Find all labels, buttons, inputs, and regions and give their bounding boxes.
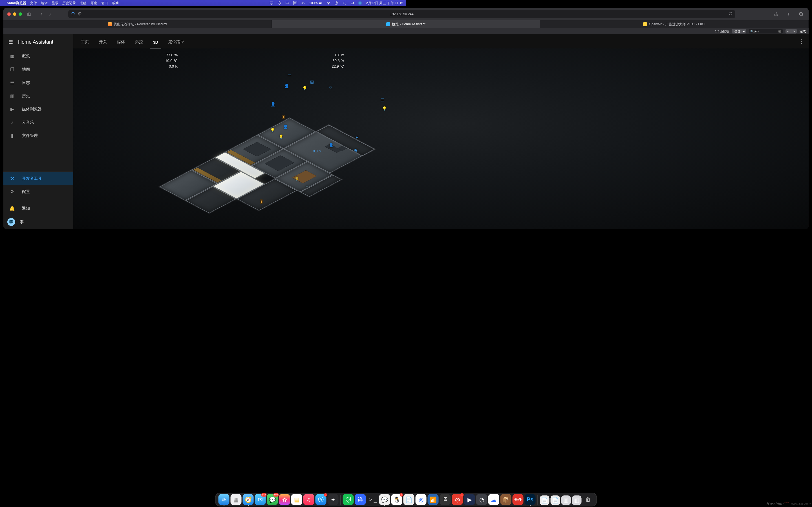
person-icon[interactable]: 👤 [283,124,288,129]
menu-edit[interactable]: 编辑 [41,1,48,6]
svg-rect-9 [351,2,353,3]
speaker-icon[interactable]: ⟲ [328,85,332,90]
bulb-icon[interactable]: 💡 [278,134,283,139]
window-controls [7,12,22,16]
floor-plan-3d[interactable]: ▭ ▦ 👤 💡 ⟲ 👤 ▮ 👤 💡 💡 👤 ✱ ◉ ☰ 💡 💡 [147,57,389,226]
sidebar-item-music[interactable]: ♪云音乐 [3,116,73,129]
door-icon[interactable]: ▮ [282,115,285,119]
ha-tabs: 主页 开关 媒体 温控 3D 定位路径 ⋮ [73,34,406,48]
browser-tab-1[interactable]: 概览 - Home Assistant [272,20,406,28]
url-text: 192.168.50.244 [390,12,406,16]
svg-rect-10 [351,3,353,4]
hamburger-icon[interactable]: ☰ [8,39,13,45]
sidebar-item-overview[interactable]: ▦概览 [3,50,73,63]
siri-icon[interactable] [358,1,362,5]
bulb-icon[interactable]: 💡 [382,106,387,111]
sidebar-user-profile[interactable]: 李 李 [3,215,73,229]
server-icon[interactable]: ☰ [380,98,384,102]
ha-title: Home Assistant [18,39,53,45]
ha-tab-tracking[interactable]: 定位路径 [167,40,185,48]
menu-window[interactable]: 窗口 [101,1,108,6]
sidebar-item-notifications[interactable]: 🔔通知 [3,202,73,215]
forward-button[interactable] [46,11,54,17]
find-bar: 1个匹配项 包含 🔍 ✕ < > 完成 [3,28,406,34]
macos-menubar: Safari浏览器 文件 编辑 显示 历史记录 书签 开发 窗口 帮助 拼 10… [0,0,406,6]
address-bar[interactable]: 192.168.50.244 [68,10,406,18]
ha-tab-switch[interactable]: 开关 [98,40,108,48]
room-study[interactable] [258,118,315,149]
sidebar-item-developer-tools[interactable]: ⚒开发者工具 [3,172,73,185]
dashboard-icon: ▦ [9,54,15,59]
person-icon[interactable]: 👤 [284,83,289,88]
svg-rect-1 [286,2,289,4]
sidebar-item-media[interactable]: ▶媒体浏览器 [3,103,73,116]
user-icon[interactable] [335,1,338,5]
ha-tab-media[interactable]: 媒体 [116,40,126,48]
person-icon[interactable]: 👤 [271,102,275,107]
floorplan-canvas[interactable]: 77.0 % 19.0 ℃ 0.0 lx 0.8 lx 69.8 % 22.9 … [73,48,406,229]
ha-tab-home[interactable]: 主页 [80,40,90,48]
chart-icon: ▥ [9,93,15,99]
sidebar-item-files[interactable]: ▮文件管理 [3,129,73,142]
menu-bookmarks[interactable]: 书签 [80,1,87,6]
map-icon: ❐ [9,67,15,72]
bell-icon: 🔔 [9,206,15,211]
safari-window: 192.168.50.244 恩山无线论坛 - Powered by Discu… [3,8,406,229]
window-maximize-button[interactable] [18,12,22,16]
window-minimize-button[interactable] [13,12,16,16]
svg-point-8 [343,2,345,4]
menu-develop[interactable]: 开发 [91,1,97,6]
privacy-shield-icon[interactable] [71,12,75,17]
bulb-icon[interactable]: 💡 [294,177,299,181]
svg-rect-11 [28,13,31,15]
music-icon: ♪ [9,120,15,125]
ha-header: ☰ Home Assistant [3,34,73,50]
menu-file[interactable]: 文件 [30,1,37,6]
clock[interactable]: 2月17日 周三 下午 11:15 [366,1,403,6]
tracking-shield-icon[interactable] [78,12,82,17]
ha-tab-3d[interactable]: 3D [152,40,159,48]
ha-tab-climate[interactable]: 温控 [134,40,144,48]
spotlight-icon[interactable] [342,1,346,5]
bulb-icon[interactable]: 💡 [302,86,307,91]
svg-rect-0 [270,2,273,4]
battery-status[interactable]: 100% [309,1,322,5]
fan-icon[interactable]: ✱ [306,185,308,189]
user-avatar: 李 [7,218,15,226]
sidebar-toggle-icon[interactable] [26,11,33,17]
tv-icon[interactable]: ▭ [288,73,291,77]
person-icon[interactable]: 👤 [329,143,334,147]
screen-mirror-icon[interactable] [269,1,273,5]
app-name[interactable]: Safari浏览器 [7,1,26,6]
tab-strip: 恩山无线论坛 - Powered by Discuz! 概览 - Home As… [3,20,406,28]
menu-history[interactable]: 历史记录 [62,1,76,6]
browser-tab-0[interactable]: 恩山无线论坛 - Powered by Discuz! [3,20,272,28]
fan-icon[interactable]: ✱ [355,135,359,140]
sidebar-item-map[interactable]: ❐地图 [3,63,73,76]
sidebar-item-config[interactable]: ⚙配置 [3,185,73,198]
menu-help[interactable]: 帮助 [112,1,119,6]
media-icon: ▶ [9,107,15,112]
display-icon[interactable] [285,1,289,5]
back-button[interactable] [38,11,45,17]
wifi-icon[interactable] [326,1,331,5]
mute-icon[interactable] [301,1,305,5]
control-center-icon[interactable] [350,1,354,5]
gear-icon: ⚙ [9,189,15,194]
adblock-shield-icon[interactable] [277,1,282,5]
speaker-icon[interactable]: ◉ [354,148,357,152]
svg-line-2 [304,2,305,4]
window-close-button[interactable] [7,12,11,16]
bed [243,142,271,157]
hammer-icon: ⚒ [9,176,15,181]
input-method-icon[interactable]: 拼 [293,1,297,5]
lux-overlay-label[interactable]: 0.8 lx [313,149,321,153]
ha-main: 主页 开关 媒体 温控 3D 定位路径 ⋮ 77.0 % 19.0 ℃ 0.0 … [73,34,406,229]
media-icon[interactable]: ▦ [310,79,314,84]
door-icon[interactable]: ▮ [260,200,263,204]
sidebar-item-history[interactable]: ▥历史 [3,89,73,103]
bulb-icon[interactable]: 💡 [270,128,275,132]
sidebar-item-logbook[interactable]: ☰日志 [3,76,73,89]
favicon-icon [108,22,112,26]
menu-view[interactable]: 显示 [52,1,58,6]
